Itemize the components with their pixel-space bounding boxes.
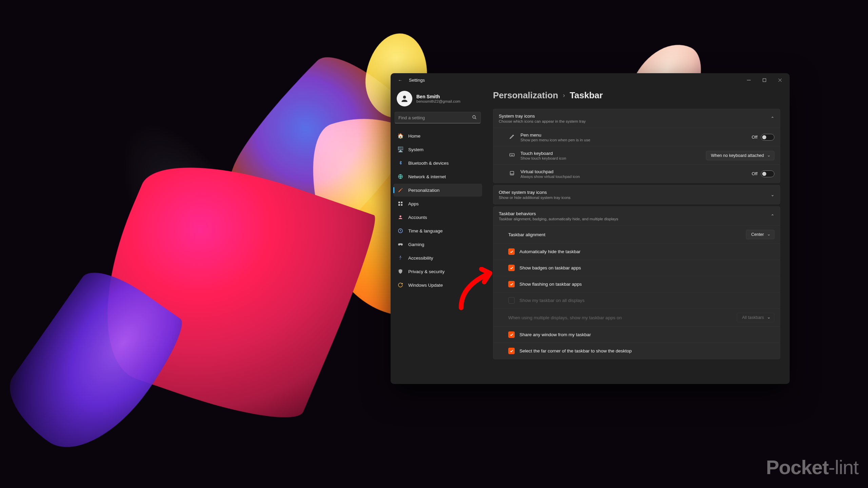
- taskbar-alignment-row: Taskbar alignment Center: [493, 225, 780, 243]
- sidebar-item-label: Network & internet: [408, 174, 446, 179]
- bluetooth-icon: [397, 160, 403, 166]
- far-corner-checkbox-row[interactable]: Select the far corner of the taskbar to …: [493, 343, 780, 359]
- checkbox-checked-icon[interactable]: [508, 281, 515, 287]
- sidebar-item-home[interactable]: 🏠 Home: [393, 129, 482, 142]
- sidebar-item-label: Personalization: [408, 188, 439, 193]
- pen-menu-row: Pen menu Show pen menu icon when pen is …: [493, 128, 780, 146]
- nav-list: 🏠 Home 🖥️ System Bluetooth & devices: [393, 129, 482, 291]
- user-profile[interactable]: Ben Smith benosmith22@gmail.com: [393, 89, 482, 112]
- svg-point-8: [399, 216, 401, 217]
- taskbar-behaviors-section: Taskbar behaviors Taskbar alignment, bad…: [493, 206, 780, 359]
- breadcrumb-current: Taskbar: [570, 90, 603, 101]
- toggle-switch[interactable]: [761, 134, 774, 141]
- checkbox-checked-icon[interactable]: [508, 248, 515, 255]
- share-window-checkbox-row[interactable]: Share any window from my taskbar: [493, 326, 780, 343]
- row-label: When using multiple displays, show my ta…: [508, 315, 732, 320]
- pen-icon: [508, 134, 516, 141]
- row-subtitle: Show pen menu icon when pen is in use: [520, 138, 747, 142]
- sidebar-item-personalization[interactable]: Personalization: [393, 184, 482, 197]
- svg-rect-4: [398, 202, 400, 203]
- sidebar-item-accounts[interactable]: Accounts: [393, 211, 482, 224]
- sidebar-item-network[interactable]: Network & internet: [393, 170, 482, 183]
- virtual-touchpad-row: Virtual touchpad Always show virtual tou…: [493, 164, 780, 183]
- sidebar-item-label: System: [408, 147, 423, 152]
- sidebar-item-time[interactable]: Time & language: [393, 224, 482, 237]
- section-subtitle: Show or hide additional system tray icon…: [499, 196, 771, 200]
- system-tray-header[interactable]: System tray icons Choose which icons can…: [493, 109, 780, 128]
- svg-point-1: [403, 96, 406, 99]
- svg-rect-5: [401, 202, 402, 203]
- autohide-checkbox-row[interactable]: Automatically hide the taskbar: [493, 243, 780, 260]
- sidebar-item-bluetooth[interactable]: Bluetooth & devices: [393, 157, 482, 169]
- settings-window: ← Settings Ben Smith: [391, 73, 790, 384]
- checkbox-checked-icon[interactable]: [508, 348, 515, 354]
- section-title: Taskbar behaviors: [499, 211, 771, 216]
- checkbox-unchecked-icon: [508, 297, 515, 304]
- minimize-button[interactable]: [741, 75, 756, 85]
- content-area: Personalization › Taskbar System tray ic…: [485, 87, 790, 384]
- sidebar-item-update[interactable]: Windows Update: [393, 279, 482, 291]
- virtual-touchpad-toggle[interactable]: Off: [752, 170, 774, 177]
- sidebar-item-label: Windows Update: [408, 283, 443, 288]
- section-subtitle: Taskbar alignment, badging, automaticall…: [499, 217, 771, 221]
- checkbox-checked-icon[interactable]: [508, 265, 515, 271]
- svg-rect-7: [401, 204, 402, 206]
- sidebar-item-accessibility[interactable]: Accessibility: [393, 251, 482, 264]
- other-tray-header[interactable]: Other system tray icons Show or hide add…: [493, 185, 780, 204]
- touch-keyboard-select[interactable]: When no keyboard attached: [706, 151, 774, 160]
- titlebar[interactable]: ← Settings: [391, 73, 790, 87]
- sidebar-item-label: Home: [408, 134, 420, 139]
- maximize-button[interactable]: [756, 75, 772, 85]
- time-icon: [397, 228, 403, 234]
- user-email: benosmith22@gmail.com: [416, 99, 460, 103]
- checkbox-label: Show flashing on taskbar apps: [519, 282, 774, 287]
- chevron-down-icon: ⌄: [771, 192, 774, 197]
- window-title: Settings: [409, 78, 425, 83]
- sidebar-item-label: Privacy & security: [408, 269, 445, 274]
- sidebar-item-system[interactable]: 🖥️ System: [393, 143, 482, 156]
- svg-point-10: [400, 256, 401, 257]
- sidebar-item-label: Gaming: [408, 242, 424, 247]
- close-button[interactable]: [772, 75, 788, 85]
- taskbar-alignment-select[interactable]: Center: [746, 230, 774, 239]
- row-title: Pen menu: [520, 133, 747, 138]
- system-tray-section: System tray icons Choose which icons can…: [493, 109, 780, 183]
- breadcrumb: Personalization › Taskbar: [493, 90, 780, 101]
- apps-icon: [397, 201, 403, 207]
- update-icon: [397, 282, 403, 288]
- sidebar-item-privacy[interactable]: Privacy & security: [393, 265, 482, 278]
- keyboard-icon: [508, 152, 516, 159]
- privacy-icon: [397, 268, 403, 274]
- back-button[interactable]: ←: [396, 78, 404, 83]
- row-subtitle: Always show virtual touchpad icon: [520, 175, 747, 179]
- sidebar-item-label: Time & language: [408, 228, 443, 233]
- home-icon: 🏠: [397, 133, 403, 139]
- sidebar-item-label: Bluetooth & devices: [408, 161, 449, 166]
- section-subtitle: Choose which icons can appear in the sys…: [499, 119, 771, 123]
- sidebar-item-label: Accessibility: [408, 256, 433, 261]
- select-value: All taskbars: [742, 315, 764, 320]
- pen-menu-toggle[interactable]: Off: [752, 134, 774, 141]
- search-box[interactable]: [395, 112, 481, 123]
- toggle-label: Off: [752, 135, 757, 140]
- other-tray-section: Other system tray icons Show or hide add…: [493, 185, 780, 204]
- taskbar-behaviors-header[interactable]: Taskbar behaviors Taskbar alignment, bad…: [493, 207, 780, 225]
- checkbox-label: Share any window from my taskbar: [519, 332, 774, 337]
- section-title: System tray icons: [499, 114, 771, 119]
- multi-display-row: When using multiple displays, show my ta…: [493, 308, 780, 326]
- section-title: Other system tray icons: [499, 190, 771, 195]
- sidebar-item-gaming[interactable]: Gaming: [393, 238, 482, 251]
- checkbox-checked-icon[interactable]: [508, 331, 515, 338]
- checkbox-label: Select the far corner of the taskbar to …: [519, 348, 774, 353]
- search-input[interactable]: [398, 115, 472, 120]
- flashing-checkbox-row[interactable]: Show flashing on taskbar apps: [493, 276, 780, 292]
- sidebar-item-apps[interactable]: Apps: [393, 197, 482, 210]
- badges-checkbox-row[interactable]: Show badges on taskbar apps: [493, 260, 780, 276]
- svg-rect-0: [763, 79, 766, 82]
- select-value: Center: [751, 232, 764, 237]
- checkbox-label: Automatically hide the taskbar: [519, 249, 774, 254]
- svg-rect-6: [398, 204, 400, 206]
- toggle-switch[interactable]: [761, 170, 774, 177]
- accounts-icon: [397, 214, 403, 220]
- breadcrumb-parent[interactable]: Personalization: [493, 90, 558, 101]
